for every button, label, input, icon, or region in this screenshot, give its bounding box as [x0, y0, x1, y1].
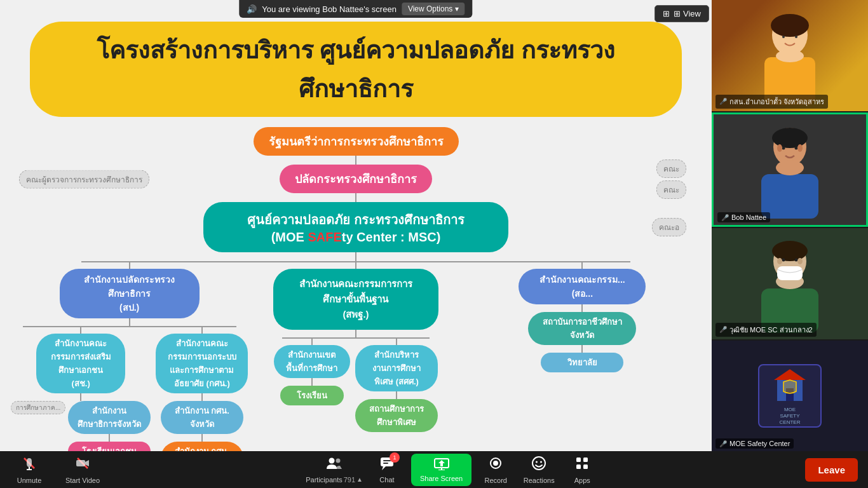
slide-title: โครงสร้างการบริหาร ศูนย์ความปลอดภัย กระท…	[30, 22, 682, 117]
record-label: Record	[485, 477, 507, 484]
svg-point-18	[782, 258, 785, 261]
safe-text: SAFE	[308, 230, 341, 244]
svg-rect-48	[583, 458, 588, 462]
org-node-right-dashed1: คณะ	[656, 159, 686, 178]
org-chart: รัฐมนตรีว่าการกระทรวงศึกษาธิการ คณะผู้ตร…	[13, 127, 699, 451]
svg-point-44	[532, 457, 545, 470]
svg-point-22	[797, 258, 803, 264]
svg-point-10	[782, 147, 785, 150]
svg-point-3	[776, 50, 804, 62]
svg-rect-47	[576, 458, 581, 462]
record-button[interactable]: Record	[477, 456, 515, 484]
apps-label: Apps	[574, 477, 590, 484]
org-node-special-edu: สำนักบริหารงานการศึกษาพิเศษ (สศศ.)	[355, 345, 438, 391]
participant-label-3: 🎤 วุฒิชัย MOE SC ส่วนกลาง2	[715, 323, 817, 337]
unmute-button[interactable]: Unmute	[10, 456, 48, 484]
svg-rect-30	[76, 460, 85, 466]
leave-button[interactable]: Leave	[805, 458, 858, 482]
svg-marker-35	[382, 466, 386, 470]
svg-marker-41	[438, 460, 445, 466]
org-node-right-dashed2: คณะ	[656, 180, 686, 199]
apps-icon	[574, 456, 590, 475]
mic-icon-3: 🎤	[719, 326, 727, 333]
mic-icon-2: 🎤	[721, 214, 729, 221]
svg-point-5	[795, 36, 797, 38]
chat-icon: 1	[379, 456, 395, 474]
org-node-nfe-district: สำนักงาน กศน. อำเภอ	[161, 442, 243, 451]
speaker-icon: 🔊	[247, 4, 257, 14]
svg-point-33	[336, 458, 341, 463]
participants-label: Participants	[306, 476, 342, 484]
participants-button[interactable]: Participants 791 ▲	[306, 456, 363, 484]
svg-rect-37	[383, 463, 388, 464]
svg-rect-49	[576, 464, 581, 469]
participant-label-4: 🎤 MOE Safety Center	[715, 438, 794, 449]
org-node-left-dashed: คณะผู้ตรวจการกระทรวงศึกษาธิการ	[19, 170, 149, 188]
side-panel: 🎤 กสน.อำเภอป่าตั้ว จังหวัดอุสาหร 🎤 Bob N…	[712, 0, 868, 451]
record-icon	[488, 456, 503, 475]
org-node-right-dashed3: คณะอ	[652, 218, 686, 236]
svg-point-43	[493, 461, 498, 466]
svg-point-13	[797, 144, 803, 152]
svg-point-45	[536, 461, 538, 463]
toolbar-left: Unmute Start Video	[10, 456, 102, 484]
toolbar: Unmute Start Video	[0, 451, 868, 488]
svg-rect-50	[583, 464, 588, 469]
participant-tile-2: 🎤 Bob Nattee	[712, 112, 868, 227]
chat-button[interactable]: 1 Chat	[368, 456, 406, 484]
org-node-special-school: สถานศึกษาการศึกษาพิเศษ	[355, 399, 438, 432]
org-node-vocational: สถาบันการอาชีวศึกษาจังหวัด	[528, 312, 636, 345]
participants-count: 791	[344, 476, 355, 484]
view-options-button[interactable]: View Options ▾	[402, 3, 465, 15]
org-node-nfe-prov: สำนักงาน กศน. จังหวัด	[161, 401, 243, 434]
participants-expand-icon: ▲	[356, 476, 363, 483]
start-video-button[interactable]: Start Video	[64, 456, 102, 484]
svg-point-12	[777, 144, 782, 152]
share-screen-button[interactable]: Share Screen	[411, 454, 471, 486]
org-node-edu-region: การศึกษาภาค...	[11, 401, 65, 414]
svg-point-4	[782, 36, 785, 38]
reactions-button[interactable]: Reactions	[520, 456, 558, 484]
main-content-area: 🔊 You are viewing Bob Nattee's screen Vi…	[0, 0, 712, 451]
participant-label-1: 🎤 กสน.อำเภอป่าตั้ว จังหวัดอุสาหร	[715, 95, 828, 109]
apps-button[interactable]: Apps	[563, 456, 601, 484]
participant-label-2: 🎤 Bob Nattee	[717, 212, 770, 222]
reactions-label: Reactions	[524, 477, 555, 484]
svg-point-32	[329, 458, 335, 463]
org-node-school: โรงเรียน	[280, 386, 344, 405]
share-screen-label: Share Screen	[420, 475, 463, 482]
org-node-private-school: โรงเรียนเอกชน	[68, 442, 151, 451]
participant-tile-4: MOESAFETYCENTER 🎤 MOE Safety Center	[712, 341, 868, 452]
svg-rect-6	[761, 174, 818, 219]
viewing-text: You are viewing Bob Nattee's screen	[262, 4, 397, 14]
org-node-sch: สำนักงานคณะกรรมการส่งเสริมศึกษาเอกชน (สช…	[36, 334, 125, 393]
chat-label: Chat	[379, 476, 394, 484]
grid-icon: ⊞	[663, 9, 670, 18]
reactions-icon	[531, 456, 546, 475]
svg-marker-24	[774, 369, 806, 380]
mic-icon-1: 🎤	[719, 98, 727, 105]
screen-share-banner: 🔊 You are viewing Bob Nattee's screen Vi…	[239, 0, 472, 18]
toolbar-center: Participants 791 ▲ 1 Chat	[102, 454, 805, 486]
moe-logo-icon	[771, 366, 809, 404]
org-node-moe-sub: (MOE SAFEty Center : MSC)	[222, 230, 489, 245]
org-node-nfe: สำนักงานคณะกรรมการนอกระบบและการศึกษาตามอ…	[156, 334, 248, 393]
org-node-prov-office: สำนักงานศึกษาธิการจังหวัด	[68, 401, 151, 434]
start-video-label: Start Video	[65, 477, 100, 484]
svg-point-11	[795, 147, 798, 150]
org-node-level1: รัฐมนตรีว่าการกระทรวงศึกษาธิการ	[254, 127, 459, 156]
svg-point-19	[795, 258, 798, 261]
participant-tile-3: 🎤 วุฒิชัย MOE SC ส่วนกลาง2	[712, 228, 868, 339]
toolbar-right: Leave	[805, 458, 858, 482]
unmute-label: Unmute	[17, 477, 42, 484]
share-screen-icon	[434, 458, 449, 473]
org-node-sp: สำนักงานปลัดกระทรวงศึกษาธิการ (สป.)	[60, 269, 200, 318]
moe-logo: MOESAFETYCENTER	[758, 364, 822, 428]
svg-point-46	[540, 461, 542, 463]
chat-badge: 1	[390, 452, 400, 463]
org-node-college: วิทยาลัย	[541, 353, 623, 372]
org-node-moe-center: ศูนย์ความปลอดภัย กระทรวงศึกษาธิการ (MOE …	[203, 202, 508, 252]
participant-avatar-2	[752, 120, 828, 219]
svg-point-16	[772, 241, 808, 261]
view-button[interactable]: ⊞ ⊞ View	[654, 5, 709, 22]
